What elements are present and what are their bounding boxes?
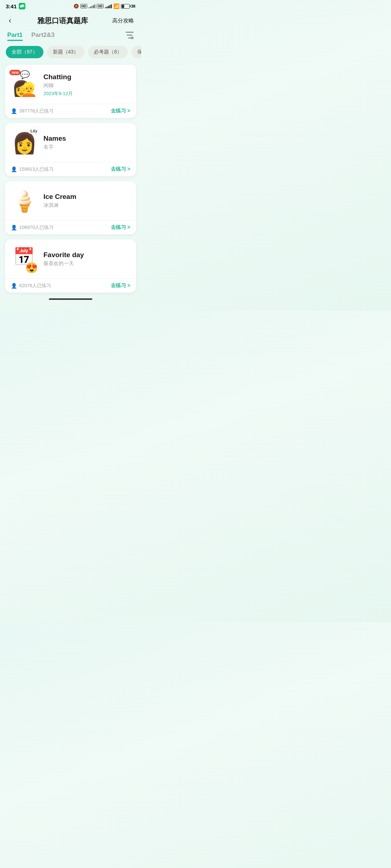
person-icon-4: 👤	[11, 283, 17, 289]
card-names-emoji: 👩	[12, 133, 37, 153]
card-favorite-day: 📅 😍 Favorite day 最喜欢的一天 👤 62076人已练习 去练习 …	[5, 239, 136, 293]
chatting-practice-button[interactable]: 去练习 >	[111, 108, 130, 114]
card-ice-cream-count: 👤 106970人已练习	[11, 224, 54, 231]
card-favorite-day-info: Favorite day 最喜欢的一天	[43, 251, 130, 268]
status-right: 🔕 HD HD 📶 38	[73, 3, 135, 9]
battery-percent: 38	[131, 4, 135, 8]
chip-new[interactable]: 新题（43）	[47, 46, 85, 58]
ice-cream-practice-button[interactable]: 去练习 >	[111, 224, 130, 231]
battery-indicator	[121, 4, 130, 9]
person-icon-2: 👤	[11, 166, 17, 172]
favorite-day-practice-button[interactable]: 去练习 >	[111, 282, 130, 289]
chip-retained[interactable]: 保留题（7）	[131, 46, 141, 58]
person-icon-3: 👤	[11, 225, 17, 230]
status-time: 3:41	[6, 3, 17, 9]
tabs-container: Part1 Part2&3	[0, 31, 141, 41]
status-bar: 3:41 🔕 HD HD 📶 38	[0, 0, 141, 11]
bottom-bar	[0, 293, 141, 303]
card-favorite-day-title: Favorite day	[43, 251, 130, 259]
tab-part2-3[interactable]: Part2&3	[31, 31, 55, 41]
card-favorite-day-emoji-wrap: 📅 😍	[11, 246, 38, 273]
card-chatting-count: 👤 397778人已练习	[11, 108, 54, 114]
high-score-button[interactable]: 高分攻略	[112, 17, 134, 24]
person-icon: 👤	[11, 108, 17, 114]
card-names-footer: 👤 159913人已练习 去练习 >	[5, 162, 136, 176]
card-names-emoji-wrap: Lily 👩	[11, 129, 38, 157]
card-chatting-info: Chatting 闲聊 2023年9-12月	[43, 73, 130, 97]
card-favorite-day-footer: 👤 62076人已练习 去练习 >	[5, 278, 136, 293]
card-chatting-subtitle: 闲聊	[43, 82, 130, 89]
card-chatting-emoji-wrap: new 👩 👱 💬	[11, 71, 38, 99]
card-ice-cream-title: Ice Cream	[43, 193, 130, 201]
lily-badge: Lily	[28, 128, 40, 134]
tab-part1[interactable]: Part1	[7, 31, 23, 41]
card-chatting-footer: 👤 397778人已练习 去练习 >	[5, 104, 136, 118]
page-title: 雅思口语真题库	[37, 16, 88, 26]
filter-chips: 全部（97） 新题（43） 必考题（8） 保留题（7）	[0, 46, 141, 58]
names-practice-button[interactable]: 去练习 >	[111, 166, 130, 173]
card-names-info: Names 名字	[43, 135, 130, 152]
signal-bars-1	[89, 4, 96, 8]
card-favorite-day-count: 👤 62076人已练习	[11, 282, 51, 289]
wechat-icon	[19, 3, 25, 9]
card-names-title: Names	[43, 135, 130, 142]
card-favorite-day-subtitle: 最喜欢的一天	[43, 260, 130, 267]
card-ice-cream-subtitle: 冰淇淋	[43, 202, 130, 209]
card-chatting: new 👩 👱 💬 Chatting 闲聊 2023年9-12月 👤	[5, 65, 136, 118]
card-ice-cream-info: Ice Cream 冰淇淋	[43, 193, 130, 210]
status-left: 3:41	[6, 3, 25, 9]
header: ‹ 雅思口语真题库 高分攻略	[0, 11, 141, 31]
card-chatting-title: Chatting	[43, 73, 130, 81]
card-chatting-emoji: 👩 👱 💬	[12, 71, 37, 99]
chip-required[interactable]: 必考题（8）	[88, 46, 128, 58]
wifi-icon: 📶	[113, 3, 119, 9]
chip-all[interactable]: 全部（97）	[6, 46, 43, 58]
back-button[interactable]: ‹	[7, 14, 13, 27]
filter-icon[interactable]	[125, 31, 134, 41]
home-indicator	[49, 298, 92, 300]
cards-container: new 👩 👱 💬 Chatting 闲聊 2023年9-12月 👤	[0, 65, 141, 293]
card-ice-cream: 🍦 Ice Cream 冰淇淋 👤 106970人已练习 去练习 >	[5, 181, 136, 234]
card-names-subtitle: 名字	[43, 144, 130, 150]
card-ice-cream-footer: 👤 106970人已练习 去练习 >	[5, 220, 136, 234]
card-ice-cream-emoji-wrap: 🍦	[11, 188, 38, 215]
card-favorite-day-emoji: 📅 😍	[13, 248, 37, 272]
hd-badge-2: HD	[97, 4, 104, 8]
mute-icon: 🔕	[73, 4, 79, 9]
hd-badge: HD	[80, 4, 87, 8]
card-names-count: 👤 159913人已练习	[11, 166, 54, 173]
card-chatting-date: 2023年9-12月	[43, 90, 130, 97]
card-names: Lily 👩 Names 名字 👤 159913人已练习 去练习 >	[5, 123, 136, 176]
card-ice-cream-emoji: 🍦	[12, 191, 37, 212]
signal-bars-2	[105, 4, 112, 8]
battery-fill	[122, 5, 125, 8]
